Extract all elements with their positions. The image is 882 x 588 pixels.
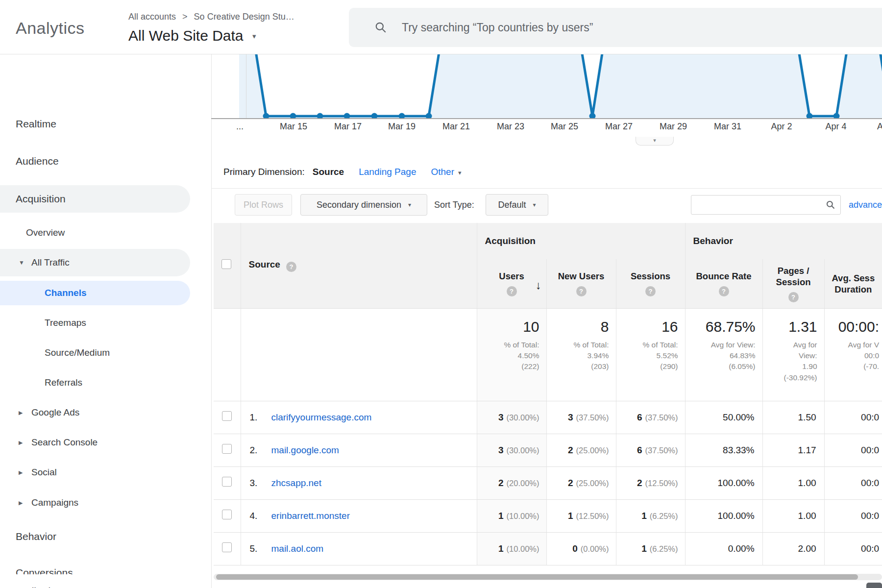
row-checkbox[interactable] [222,510,232,519]
sidebar-item-all-traffic[interactable]: ▼All Traffic [0,249,190,276]
sidebar-item-treemaps[interactable]: Treemaps [0,309,211,337]
sidebar-item-campaigns[interactable]: ▶Campaigns [0,489,211,516]
sidebar-item-attribution[interactable]: AttributionBETA [0,578,211,588]
col-header-pages-session[interactable]: Pages / Session ? [762,259,824,308]
users-cell: 3(30.00%) [477,401,546,434]
row-checkbox[interactable] [222,542,232,552]
help-icon[interactable]: ? [645,286,656,296]
source-cell: 2.mail.google.com [241,434,477,466]
table-search[interactable] [691,195,841,215]
secondary-dimension-button[interactable]: Secondary dimension ▾ [300,194,427,216]
table-row: 2.mail.google.com 3(30.00%) 2(25.00%) 6(… [214,434,882,466]
pages-session-cell: 1.00 [762,499,824,532]
table-row: 3.zhcsapp.net 2(20.00%) 2(25.00%) 2(12.5… [214,466,882,499]
new-users-cell: 2(25.00%) [546,466,616,499]
dimension-tab-landing-page[interactable]: Landing Page [359,167,416,177]
horizontal-scrollbar[interactable] [214,574,882,580]
users-cell: 2(20.00%) [477,466,546,499]
global-search[interactable] [349,8,882,47]
source-link[interactable]: clarifyyourmessage.com [271,412,372,422]
bounce-rate-cell: 83.33% [685,434,762,466]
source-cell: 3.zhcsapp.net [241,466,477,499]
sidebar-item-search-console[interactable]: ▶Search Console [0,429,211,456]
chart-x-axis [211,118,882,119]
sidebar-item-overview[interactable]: Overview [0,219,211,246]
source-link[interactable]: zhcsapp.net [271,478,321,488]
bounce-rate-cell: 100.00% [685,466,762,499]
source-cell: 1.clarifyyourmessage.com [241,401,477,434]
x-tick: Mar 25 [551,122,578,132]
new-users-cell: 3(37.50%) [546,401,616,434]
x-tick: Apr 2 [771,122,792,132]
property-selector[interactable]: All Web Site Data ▾ [128,27,256,44]
sidebar-item-google-ads[interactable]: ▶Google Ads [0,399,211,426]
row-select-cell [214,532,241,565]
select-all-checkbox[interactable] [221,259,231,269]
sidebar-item-behavior[interactable]: Behavior [0,523,211,550]
chevron-down-icon: ▾ [252,32,256,40]
help-icon[interactable]: ? [719,286,729,296]
scrollbar-thumb[interactable] [216,574,858,580]
x-tick: Mar 19 [388,122,416,132]
summary-blank [241,308,477,401]
duration-cell: 00:0 [824,401,882,434]
source-link[interactable]: mail.google.com [271,445,339,455]
col-header-sessions[interactable]: Sessions ? [616,259,685,308]
summary-avg-session-duration: 00:00: Avg for V 00:0 (-70. [824,308,882,401]
row-select-cell [214,499,241,532]
col-header-avg-session-duration[interactable]: Avg. Sess Duration [824,259,882,308]
col-header-bounce-rate[interactable]: Bounce Rate ? [685,259,762,308]
summary-users: 10 % of Total: 4.50% (222) [477,308,546,401]
global-search-input[interactable] [402,21,882,34]
partial-bottom-element [866,583,882,588]
duration-cell: 00:0 [824,532,882,565]
x-tick: Mar 31 [714,122,741,132]
col-header-new-users[interactable]: New Users ? [546,259,616,308]
table-search-input[interactable] [696,200,826,210]
breadcrumb-root[interactable]: All accounts [128,12,176,22]
source-link[interactable]: erinbarrett.monster [271,511,350,521]
x-tick: Mar 21 [442,122,470,132]
row-checkbox[interactable] [222,477,232,487]
breadcrumb[interactable]: All accounts > So Creative Design Stu… [128,12,294,22]
chart-collapse-tab[interactable]: ▾ [636,137,674,146]
help-icon[interactable]: ? [788,292,799,302]
pages-session-cell: 1.17 [762,434,824,466]
row-checkbox[interactable] [222,444,232,454]
table-row: 4.erinbarrett.monster 1(10.00%) 1(12.50%… [214,499,882,532]
app-logo: Analytics [16,19,85,38]
help-icon[interactable]: ? [286,262,296,272]
sidebar-item-channels[interactable]: Channels [0,281,190,305]
breadcrumb-separator-icon: > [182,12,188,22]
col-header-users[interactable]: Users ? ↓ [477,259,546,308]
chevron-right-icon: ▶ [19,440,23,446]
dimension-tab-other[interactable]: Other▾ [431,167,461,177]
sessions-cell: 6(37.50%) [616,434,685,466]
chevron-right-icon: ▶ [19,500,23,506]
help-icon[interactable]: ? [507,286,517,296]
sidebar-item-source-medium[interactable]: Source/Medium [0,339,211,367]
source-link[interactable]: mail.aol.com [271,543,324,554]
row-checkbox[interactable] [222,411,232,421]
sort-type-button[interactable]: Default ▾ [486,194,548,216]
search-icon[interactable] [826,200,835,210]
sort-desc-icon[interactable]: ↓ [536,279,541,292]
sidebar-item-conversions[interactable]: Conversions [0,567,211,574]
sidebar-item-realtime[interactable]: Realtime [0,110,211,138]
sidebar-item-audience[interactable]: Audience [0,147,211,175]
summary-row: 10 % of Total: 4.50% (222) 8 % of Total:… [214,308,882,401]
plot-rows-button[interactable]: Plot Rows [235,194,292,216]
x-tick: Mar 27 [605,122,633,132]
duration-cell: 00:0 [824,434,882,466]
help-icon[interactable]: ? [576,286,587,296]
advanced-search-link[interactable]: advanced [849,200,882,210]
breadcrumb-child[interactable]: So Creative Design Stu… [194,12,294,22]
dimension-tab-source[interactable]: Source [313,167,344,177]
chevron-down-icon: ▾ [653,137,656,143]
sidebar-item-social[interactable]: ▶Social [0,459,211,486]
primary-dimension-bar: Primary Dimension: Source Landing Page O… [223,167,462,177]
pages-session-cell: 2.00 [762,532,824,565]
sidebar-item-referrals[interactable]: Referrals [0,369,211,396]
col-header-source[interactable]: Source? [241,223,477,308]
property-name: All Web Site Data [128,27,244,44]
